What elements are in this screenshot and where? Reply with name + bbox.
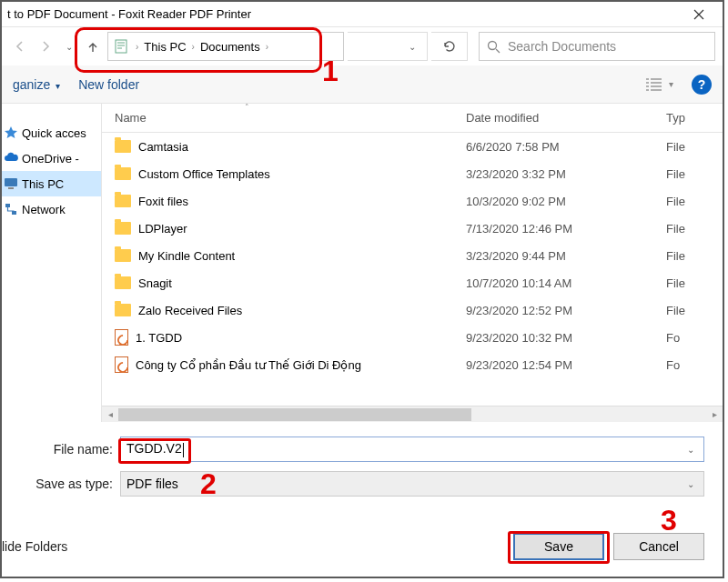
svg-rect-5 (12, 211, 16, 215)
file-name: LDPlayer (138, 222, 187, 236)
savetype-value: PDF files (126, 477, 178, 491)
sidebar-item-label: OneDrive - (22, 152, 79, 166)
file-row[interactable]: Foxit files10/3/2020 9:02 PMFile (102, 187, 723, 215)
nav-back-button[interactable] (9, 35, 31, 57)
nav-forward-button[interactable] (35, 35, 56, 57)
titlebar: t to PDF Document - Foxit Reader PDF Pri… (2, 2, 723, 27)
svg-rect-4 (5, 204, 10, 207)
file-type: File (666, 140, 723, 154)
svg-rect-3 (8, 187, 14, 189)
close-icon (693, 9, 704, 20)
documents-icon (114, 38, 130, 55)
file-type: File (666, 304, 723, 317)
organize-button[interactable]: ganize ▾ (13, 77, 60, 92)
savetype-select[interactable]: PDF files ⌄ (120, 471, 704, 497)
svg-rect-2 (5, 178, 17, 186)
column-headers: Name˄ Date modified Typ (102, 104, 723, 133)
file-row[interactable]: Công ty Cổ phần Đầu tư Thế Giới Di Động9… (102, 351, 723, 378)
file-rows: Camtasia6/6/2020 7:58 PMFileCustom Offic… (102, 133, 723, 406)
file-name: 1. TGDD (136, 331, 182, 345)
address-bar[interactable]: ⌄ (348, 32, 428, 61)
refresh-button[interactable] (431, 32, 468, 61)
file-date: 6/6/2020 7:58 PM (466, 140, 666, 154)
chevron-down-icon: ▾ (669, 79, 673, 89)
breadcrumb-documents[interactable]: Documents (200, 40, 260, 54)
nav-up-button[interactable] (82, 35, 104, 57)
file-type: Fo (666, 358, 723, 372)
filename-input[interactable]: TGDD.V2 ⌄ (120, 436, 704, 462)
folder-icon (115, 195, 131, 207)
navbar: ⌄ › This PC › Documents › ⌄ Search Docum… (2, 27, 723, 65)
save-button[interactable]: Save (513, 533, 604, 560)
hide-folders-button[interactable]: lide Folders (2, 539, 67, 554)
file-name: Snagit (138, 276, 172, 290)
monitor-icon (4, 176, 18, 191)
file-row[interactable]: 1. TGDD9/23/2020 10:32 PMFo (102, 324, 723, 351)
chevron-down-icon: ⌄ (403, 42, 421, 52)
text-cursor (183, 443, 184, 457)
file-date: 3/23/2020 9:44 PM (466, 249, 666, 263)
sidebar-item-label: This PC (22, 177, 64, 191)
column-header-type[interactable]: Typ (666, 111, 723, 125)
file-row[interactable]: Custom Office Templates3/23/2020 3:32 PM… (102, 160, 723, 187)
search-input[interactable]: Search Documents (479, 32, 715, 61)
sort-ascending-icon: ˄ (245, 103, 249, 112)
file-name: Foxit files (138, 195, 188, 208)
column-header-date[interactable]: Date modified (466, 111, 666, 125)
horizontal-scrollbar[interactable]: ◂ ▸ (102, 406, 723, 422)
file-type: Fo (666, 331, 723, 345)
help-icon: ? (698, 77, 706, 92)
svg-point-1 (489, 41, 497, 49)
file-name: Zalo Received Files (138, 304, 242, 317)
folder-icon (115, 304, 131, 316)
sidebar-item-label: Network (22, 203, 66, 216)
help-button[interactable]: ? (692, 75, 712, 95)
breadcrumb[interactable]: › This PC › Documents › (107, 32, 344, 61)
scroll-right-icon: ▸ (706, 409, 723, 419)
arrow-up-icon (86, 40, 99, 53)
folder-icon (115, 140, 131, 153)
pdf-icon (115, 329, 128, 346)
cloud-icon (4, 151, 18, 166)
file-list: Name˄ Date modified Typ Camtasia6/6/2020… (102, 104, 723, 422)
sidebar-item-thispc[interactable]: This PC (2, 171, 101, 196)
file-name: My Kindle Content (138, 249, 235, 263)
cancel-button[interactable]: Cancel (613, 533, 704, 560)
file-row[interactable]: Snagit10/7/2020 10:14 AMFile (102, 269, 723, 296)
breadcrumb-thispc[interactable]: This PC (144, 40, 186, 54)
file-date: 10/3/2020 9:02 PM (466, 195, 666, 208)
file-row[interactable]: Camtasia6/6/2020 7:58 PMFile (102, 133, 723, 160)
sidebar-item-onedrive[interactable]: OneDrive - (2, 146, 101, 171)
chevron-right-icon: › (266, 42, 268, 52)
folder-icon (115, 249, 131, 262)
sidebar-item-network[interactable]: Network (2, 196, 101, 222)
sidebar-item-quick-access[interactable]: Quick acces (2, 120, 101, 146)
new-folder-button[interactable]: New folder (78, 77, 139, 92)
search-icon (487, 40, 500, 54)
scrollbar-thumb[interactable] (118, 408, 471, 421)
file-row[interactable]: LDPlayer7/13/2020 12:46 PMFile (102, 215, 723, 242)
window-title: t to PDF Document - Foxit Reader PDF Pri… (7, 7, 681, 21)
sidebar: Quick acces OneDrive - This PC Network (2, 104, 102, 422)
toolbar: ganize ▾ New folder ▾ ? (2, 65, 723, 104)
file-row[interactable]: My Kindle Content3/23/2020 9:44 PMFile (102, 242, 723, 269)
nav-recent-dropdown[interactable]: ⌄ (60, 42, 78, 52)
file-name: Camtasia (138, 140, 188, 154)
folder-icon (115, 222, 131, 235)
view-options-button[interactable]: ▾ (645, 77, 673, 92)
svg-rect-0 (116, 40, 126, 53)
network-icon (4, 202, 18, 216)
footer: lide Folders Save Cancel (2, 515, 723, 560)
arrow-left-icon (14, 40, 26, 53)
file-type: File (666, 222, 723, 236)
close-button[interactable] (681, 3, 717, 26)
chevron-right-icon: › (192, 42, 195, 52)
column-header-name[interactable]: Name˄ (102, 111, 466, 125)
file-type: File (666, 195, 723, 208)
file-name: Công ty Cổ phần Đầu tư Thế Giới Di Động (136, 358, 361, 372)
file-row[interactable]: Zalo Received Files9/23/2020 12:52 PMFil… (102, 296, 723, 324)
file-name: Custom Office Templates (138, 167, 270, 181)
file-date: 3/23/2020 3:32 PM (466, 167, 666, 181)
chevron-right-icon: › (136, 42, 138, 52)
chevron-down-icon[interactable]: ⌄ (683, 445, 698, 455)
